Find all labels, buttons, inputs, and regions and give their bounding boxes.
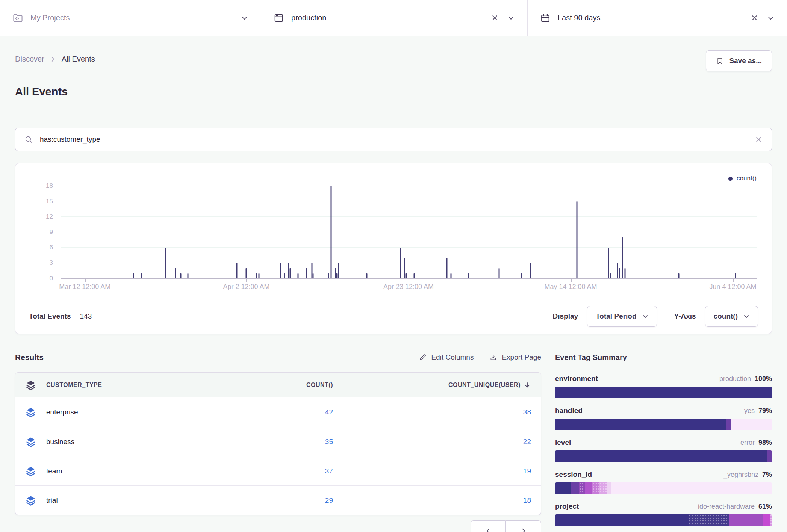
stack-icon[interactable]	[25, 379, 36, 391]
table-row: business3522	[15, 427, 541, 456]
chart-bar	[366, 273, 367, 278]
customer-type-value: business	[46, 438, 74, 446]
tag-name: project	[555, 502, 698, 511]
stack-icon[interactable]	[25, 436, 36, 447]
count-link[interactable]: 35	[325, 438, 333, 446]
pencil-icon	[419, 354, 427, 361]
chart-bar	[678, 273, 679, 278]
tag-label-row: environmentproduction100%	[555, 375, 772, 383]
count-unique-user-link[interactable]: 18	[523, 496, 541, 505]
tag-label-row: levelerror98%	[555, 438, 772, 447]
events-chart-card: count() 0369121518 Mar 12 12:00 AMApr 2 …	[15, 163, 772, 334]
page-title: All Events	[15, 86, 772, 98]
tag-summary-entry: session_id_yeghrsbnz7%	[555, 470, 772, 494]
breadcrumb: Discover All Events	[15, 50, 95, 63]
environment-filter[interactable]: production	[261, 0, 528, 36]
search-bar	[15, 128, 772, 151]
tag-distribution-bar[interactable]	[555, 514, 772, 526]
tag-label-row: projectido-react-hardware61%	[555, 502, 772, 511]
chart-bar	[577, 201, 578, 278]
tag-summary-entry: projectido-react-hardware61%	[555, 502, 772, 526]
column-header-count[interactable]: COUNT()	[306, 382, 333, 388]
y-axis-select[interactable]: count()	[705, 306, 758, 327]
save-as-label: Save as...	[729, 57, 762, 65]
header-divider	[0, 113, 787, 113]
stack-icon[interactable]	[25, 466, 36, 477]
project-filter-label: My Projects	[30, 14, 70, 22]
y-tick-label: 9	[50, 228, 53, 236]
tag-top-value: _yeghrsbnz	[723, 471, 758, 479]
chart-legend[interactable]: count()	[728, 175, 757, 182]
tag-percent: 79%	[758, 407, 772, 415]
count-link[interactable]: 37	[325, 467, 333, 475]
environment-clear-icon[interactable]	[491, 14, 498, 21]
chart-bar	[256, 273, 257, 278]
legend-dot-icon	[728, 177, 733, 181]
pagination-previous-button[interactable]	[471, 520, 506, 532]
tag-distribution-bar[interactable]	[555, 387, 772, 398]
bookmark-icon	[716, 57, 724, 65]
count-link[interactable]: 29	[325, 496, 333, 505]
x-tick-mark	[571, 278, 572, 282]
project-chevron-down-icon[interactable]	[241, 14, 248, 21]
y-axis-label: Y-Axis	[674, 312, 696, 320]
column-header-customer-type[interactable]: CUSTOMER_TYPE	[46, 382, 102, 388]
chart-bar	[236, 263, 237, 278]
x-tick-label: Mar 12 12:00 AM	[59, 283, 110, 291]
events-chart: count() 0369121518 Mar 12 12:00 AMApr 2 …	[15, 163, 772, 299]
display-select[interactable]: Total Period	[587, 306, 657, 327]
tag-distribution-bar[interactable]	[555, 482, 772, 494]
tag-bar-segment	[555, 514, 689, 526]
breadcrumb-discover-link[interactable]: Discover	[15, 55, 44, 63]
project-filter[interactable]: My Projects	[0, 0, 261, 36]
stack-icon[interactable]	[25, 495, 36, 506]
x-tick-label: May 14 12:00 AM	[544, 283, 597, 291]
count-unique-user-link[interactable]: 22	[523, 438, 541, 446]
export-page-button[interactable]: Export Page	[489, 353, 541, 361]
tag-top-value: error	[740, 439, 755, 447]
y-tick-label: 15	[46, 198, 53, 205]
count-unique-user-link[interactable]: 38	[523, 408, 541, 416]
chart-bar	[624, 268, 625, 278]
column-header-count-unique-user[interactable]: COUNT_UNIQUE(USER)	[448, 382, 521, 388]
tag-percent: 7%	[762, 471, 772, 479]
stack-icon[interactable]	[25, 407, 36, 418]
display-select-value: Total Period	[596, 312, 636, 320]
chart-gridline	[61, 186, 757, 186]
count-link[interactable]: 42	[325, 408, 333, 416]
tag-distribution-bar[interactable]	[555, 419, 772, 430]
customer-type-cell: business	[15, 436, 220, 447]
chart-footer: Total Events 143 Display Total Period Y-…	[15, 299, 772, 334]
tag-top-value: yes	[744, 407, 755, 415]
chart-bar	[331, 186, 332, 278]
tag-bar-segment	[726, 419, 731, 430]
tag-summary-title: Event Tag Summary	[555, 351, 772, 363]
global-filter-bar: My Projects production	[0, 0, 787, 36]
search-input[interactable]	[40, 135, 755, 144]
customer-type-cell: team	[15, 466, 220, 477]
tag-distribution-bar[interactable]	[555, 450, 772, 462]
chart-bar	[246, 268, 247, 278]
search-icon	[24, 135, 33, 144]
chart-bar	[610, 273, 611, 278]
environment-chevron-down-icon[interactable]	[507, 14, 515, 21]
edit-columns-button[interactable]: Edit Columns	[419, 353, 474, 361]
search-clear-icon[interactable]	[755, 136, 763, 143]
y-tick-label: 12	[46, 213, 53, 221]
date-range-filter[interactable]: Last 90 days	[528, 0, 787, 36]
count-unique-user-link[interactable]: 19	[523, 467, 541, 475]
sort-descending-icon[interactable]	[524, 381, 531, 389]
pagination-next-button[interactable]	[506, 520, 541, 532]
chart-bar	[280, 263, 281, 278]
projects-folder-icon	[13, 13, 23, 23]
tag-bar-segment	[555, 450, 767, 462]
results-table: CUSTOMER_TYPE COUNT() COUNT_UNIQUE(USER)…	[15, 372, 541, 515]
x-tick-label: Apr 23 12:00 AM	[383, 283, 434, 291]
chart-plot-area[interactable]	[61, 186, 757, 278]
save-as-button[interactable]: Save as...	[706, 50, 772, 71]
customer-type-value: team	[46, 467, 62, 475]
date-clear-icon[interactable]	[751, 14, 758, 21]
total-events-value: 143	[80, 312, 92, 320]
y-axis-select-value: count()	[714, 312, 738, 320]
date-chevron-down-icon[interactable]	[767, 14, 774, 21]
